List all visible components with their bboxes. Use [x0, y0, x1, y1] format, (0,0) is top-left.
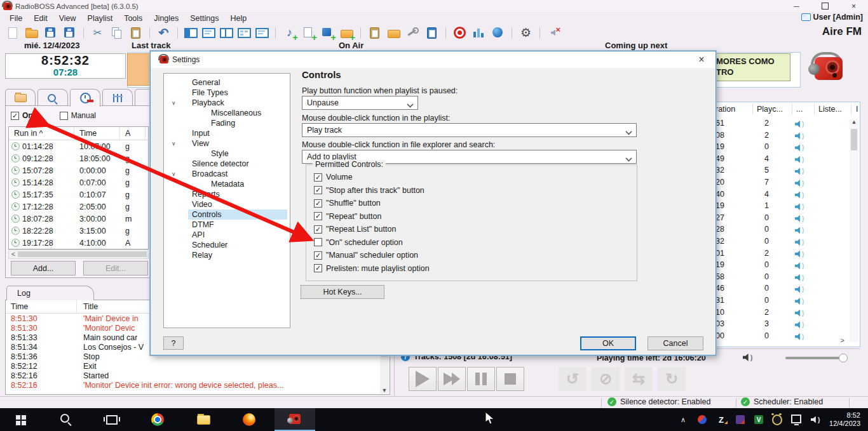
- tray-app-green-icon[interactable]: V: [754, 415, 763, 424]
- save-as-icon[interactable]: [62, 25, 77, 40]
- help-button[interactable]: ?: [163, 336, 184, 350]
- hscroll-thumb[interactable]: [18, 251, 147, 257]
- scheduled-event-row[interactable]: 15:14:280:07:00g: [9, 176, 148, 189]
- prelisten-speaker-icon[interactable]: ): [795, 121, 804, 128]
- maximize-button[interactable]: [811, 0, 839, 12]
- tree-item-playback[interactable]: ∨Playback: [164, 98, 290, 108]
- menu-playlist[interactable]: Playlist: [82, 14, 119, 23]
- view-playlist-icon[interactable]: [202, 28, 215, 38]
- prelisten-speaker-icon[interactable]: ): [795, 215, 804, 222]
- playlist-speaker-icon[interactable]: ): [743, 354, 752, 361]
- tree-item-style[interactable]: Style: [164, 149, 290, 159]
- scroll-up-icon[interactable]: ▲: [850, 119, 858, 125]
- taskbar-firefox[interactable]: [229, 408, 269, 431]
- taskbar-file-explorer[interactable]: [183, 408, 224, 431]
- menu-jingles[interactable]: Jingles: [148, 14, 184, 23]
- scroll-right-icon[interactable]: >: [841, 336, 844, 344]
- scheduler-on-toggle[interactable]: ✓ On: [11, 111, 33, 120]
- taskbar-task-view[interactable]: [92, 408, 132, 431]
- tree-item-scheduler[interactable]: Scheduler: [164, 240, 290, 250]
- playlist-tab[interactable]: [5, 89, 36, 106]
- scheduled-event-row[interactable]: 01:14:2810:07:00g: [9, 140, 148, 152]
- track-col-playc[interactable]: Playc...: [757, 105, 783, 114]
- report-paste-icon[interactable]: [367, 25, 382, 40]
- log-row[interactable]: 8:52:16'Monitor' Device init error: wron…: [6, 380, 390, 390]
- tray-app-purple-icon[interactable]: [735, 414, 745, 425]
- dropdown-play-track[interactable]: Play track: [302, 123, 637, 137]
- checkbox-checked[interactable]: ✓: [314, 186, 322, 194]
- permitted-option-prelisten-mute-playlist-option[interactable]: ✓Prelisten: mute playlist option: [314, 264, 430, 273]
- menu-help[interactable]: Help: [224, 14, 252, 23]
- checkbox-checked[interactable]: ✓: [314, 251, 322, 260]
- report-edit-icon[interactable]: [424, 25, 439, 40]
- permitted-option-volume[interactable]: ✓Volume: [314, 173, 353, 182]
- save-icon[interactable]: [43, 25, 58, 40]
- scheduled-event-row[interactable]: 15:07:280:00:00g: [9, 164, 148, 176]
- scroll-left-icon[interactable]: <: [9, 251, 18, 258]
- user-indicator[interactable]: User [Admin]: [801, 13, 863, 22]
- tray-volume-icon[interactable]: ): [810, 414, 820, 425]
- taskbar-start[interactable]: [0, 408, 41, 431]
- expanded-chevron-icon[interactable]: ∨: [172, 138, 176, 149]
- jingle-folder-icon[interactable]: [386, 25, 401, 40]
- search-tab[interactable]: [37, 89, 68, 106]
- add-url-icon[interactable]: [320, 25, 335, 40]
- tree-item-file-types[interactable]: File Types: [164, 88, 290, 98]
- manual-checkbox[interactable]: [60, 112, 68, 120]
- taskbar-radioboss[interactable]: [275, 408, 315, 431]
- checkbox-checked[interactable]: ✓: [314, 199, 322, 208]
- prelisten-speaker-icon[interactable]: ): [795, 133, 804, 140]
- expanded-chevron-icon[interactable]: ∨: [172, 169, 176, 179]
- taskbar-search[interactable]: [46, 408, 86, 431]
- prelisten-speaker-icon[interactable]: ): [795, 203, 804, 210]
- tree-item-api[interactable]: API: [164, 230, 290, 240]
- tray-zemana-icon[interactable]: Z: [716, 414, 726, 425]
- prelisten-speaker-icon[interactable]: ): [795, 274, 804, 281]
- menu-edit[interactable]: Edit: [28, 14, 53, 23]
- view-cards-icon[interactable]: [238, 28, 251, 38]
- tree-item-input[interactable]: Input: [164, 128, 290, 138]
- permitted-option-repeat-button[interactable]: ✓"Repeat" button: [314, 212, 381, 221]
- log-tab[interactable]: Log: [6, 286, 94, 300]
- menu-tools[interactable]: Tools: [118, 14, 148, 23]
- tree-item-broadcast[interactable]: ∨Broadcast: [164, 169, 290, 179]
- menu-file[interactable]: File: [4, 14, 28, 23]
- tray-network-icon[interactable]: [791, 414, 801, 425]
- track-col-liste[interactable]: Liste...: [818, 105, 842, 114]
- scheduled-event-row[interactable]: 19:17:284:10:00A: [9, 237, 148, 249]
- cut-icon[interactable]: ✂: [90, 25, 105, 40]
- on-checkbox[interactable]: ✓: [11, 112, 19, 120]
- stop-button[interactable]: [496, 367, 524, 391]
- close-button[interactable]: ×: [839, 0, 868, 12]
- hot-keys-button[interactable]: Hot Keys...: [301, 285, 384, 299]
- view-columns-icon[interactable]: [220, 28, 233, 38]
- new-file-icon[interactable]: [5, 25, 20, 40]
- tree-item-miscellaneous[interactable]: Miscellaneous: [164, 108, 290, 118]
- scheduled-event-row[interactable]: 18:07:283:00:00m: [9, 213, 148, 225]
- tree-item-silence-detector[interactable]: Silence detector: [164, 159, 290, 169]
- permitted-option-repeat-list-button[interactable]: ✓"Repeat List" button: [314, 225, 396, 234]
- permitted-option-manual-scheduler-option[interactable]: ✓"Manual" scheduler option: [314, 251, 418, 260]
- tree-item-relay[interactable]: Relay: [164, 250, 290, 260]
- add-track-icon[interactable]: ♪: [282, 25, 297, 40]
- cart-wall-tab[interactable]: [102, 89, 133, 106]
- ok-button[interactable]: OK: [580, 336, 636, 350]
- scheduled-event-row[interactable]: 15:17:350:10:07g: [9, 189, 148, 201]
- settings-close-button[interactable]: ×: [688, 51, 715, 68]
- checkbox-checked[interactable]: ✓: [314, 264, 322, 272]
- edit-event-button[interactable]: Edit...: [83, 261, 148, 275]
- permitted-option-on-scheduler-option[interactable]: "On" scheduler option: [314, 238, 403, 247]
- record-icon[interactable]: [452, 25, 467, 40]
- permitted-option-shuffle-button[interactable]: ✓"Shuffle" button: [314, 199, 381, 208]
- pause-button[interactable]: [467, 367, 495, 391]
- log-row[interactable]: 8:52:16Started: [6, 371, 390, 380]
- statistics-icon[interactable]: [471, 25, 486, 40]
- internet-icon[interactable]: [491, 25, 505, 40]
- paste-icon[interactable]: [128, 25, 143, 40]
- add-folder-icon[interactable]: [339, 25, 354, 40]
- track-col-i[interactable]: I: [856, 105, 858, 114]
- track-col-[interactable]: ...: [796, 105, 803, 114]
- volume-knob[interactable]: [839, 354, 848, 362]
- taskbar-clock[interactable]: 8:5212/4/2023: [829, 411, 863, 428]
- track-col-ration[interactable]: ration: [715, 105, 735, 114]
